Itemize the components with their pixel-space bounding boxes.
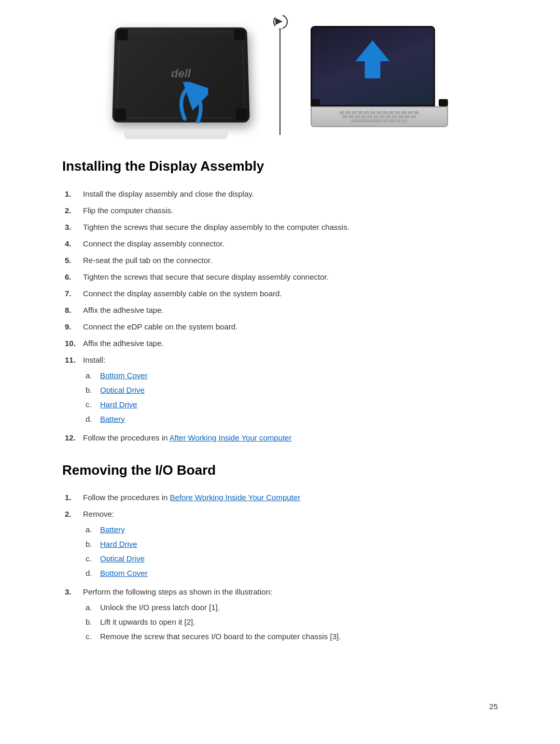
svg-marker-1: [355, 40, 389, 78]
list-item: 9. Connect the eDP cable on the system b…: [62, 321, 498, 333]
hard-drive-link-remove[interactable]: Hard Drive: [100, 538, 137, 550]
installing-title: Installing the Display Assembly: [62, 156, 498, 177]
list-item: 1. Follow the procedures in Before Worki…: [62, 491, 498, 504]
list-item: 5. Re-seat the pull tab on the connector…: [62, 254, 498, 267]
after-working-link[interactable]: After Working Inside Your computer: [170, 433, 292, 442]
installing-steps-list: 1. Install the display assembly and clos…: [62, 188, 498, 444]
section-divider: [279, 21, 281, 135]
laptop-illustration: [306, 26, 452, 130]
list-item: 4. Connect the display assembly connecto…: [62, 238, 498, 250]
removing-title: Removing the I/O Board: [62, 460, 498, 481]
header-images: dell: [62, 21, 498, 135]
list-item: 6. Tighten the screws that secure that s…: [62, 271, 498, 283]
optical-drive-link-remove[interactable]: Optical Drive: [100, 553, 145, 565]
list-item: d. Bottom Cover: [86, 567, 498, 580]
list-item: b. Optical Drive: [86, 384, 498, 396]
list-item: 2. Flip the computer chassis.: [62, 204, 498, 217]
list-item: a. Bottom Cover: [86, 369, 498, 382]
list-item: 1. Install the display assembly and clos…: [62, 188, 498, 200]
install-sub-list: a. Bottom Cover b. Optical Drive c. Hard…: [83, 369, 498, 425]
right-device-image: [296, 21, 462, 135]
installing-section: Installing the Display Assembly 1. Insta…: [62, 156, 498, 444]
list-item: 8. Affix the adhesive tape.: [62, 304, 498, 316]
list-item: b. Hard Drive: [86, 538, 498, 550]
list-item: c. Remove the screw that secures I/O boa…: [86, 630, 498, 643]
list-item: a. Battery: [86, 523, 498, 536]
tablet-back-illustration: dell: [108, 26, 254, 130]
list-item: 11. Install: a. Bottom Cover b. Optical …: [62, 354, 498, 428]
battery-link-install[interactable]: Battery: [100, 413, 125, 425]
remove-sub-list: a. Battery b. Hard Drive c. Optical Driv…: [83, 523, 498, 580]
removing-section: Removing the I/O Board 1. Follow the pro…: [62, 460, 498, 645]
list-item: 10. Affix the adhesive tape.: [62, 337, 498, 350]
before-working-link[interactable]: Before Working Inside Your Computer: [170, 493, 301, 502]
list-item: 3. Tighten the screws that secure the di…: [62, 221, 498, 233]
list-item: 7. Connect the display assembly cable on…: [62, 287, 498, 300]
page-number: 25: [489, 700, 498, 713]
list-item: c. Hard Drive: [86, 398, 498, 411]
battery-link-remove[interactable]: Battery: [100, 523, 125, 536]
bottom-cover-link-remove[interactable]: Bottom Cover: [100, 567, 148, 580]
list-item: 12. Follow the procedures in After Worki…: [62, 432, 498, 444]
optical-drive-link[interactable]: Optical Drive: [100, 384, 145, 396]
bottom-cover-link[interactable]: Bottom Cover: [100, 369, 148, 382]
list-item: 3. Perform the following steps as shown …: [62, 586, 498, 645]
hard-drive-link[interactable]: Hard Drive: [100, 398, 137, 411]
removing-steps-list: 1. Follow the procedures in Before Worki…: [62, 491, 498, 645]
left-device-image: dell: [98, 21, 264, 135]
list-item: a. Unlock the I/O press latch door [1].: [86, 601, 498, 614]
list-item: 2. Remove: a. Battery b. Hard Drive c. O…: [62, 508, 498, 582]
list-item: d. Battery: [86, 413, 498, 425]
list-item: b. Lift it upwards to open it [2].: [86, 616, 498, 628]
step3-sub-list: a. Unlock the I/O press latch door [1]. …: [83, 601, 498, 643]
list-item: c. Optical Drive: [86, 553, 498, 565]
